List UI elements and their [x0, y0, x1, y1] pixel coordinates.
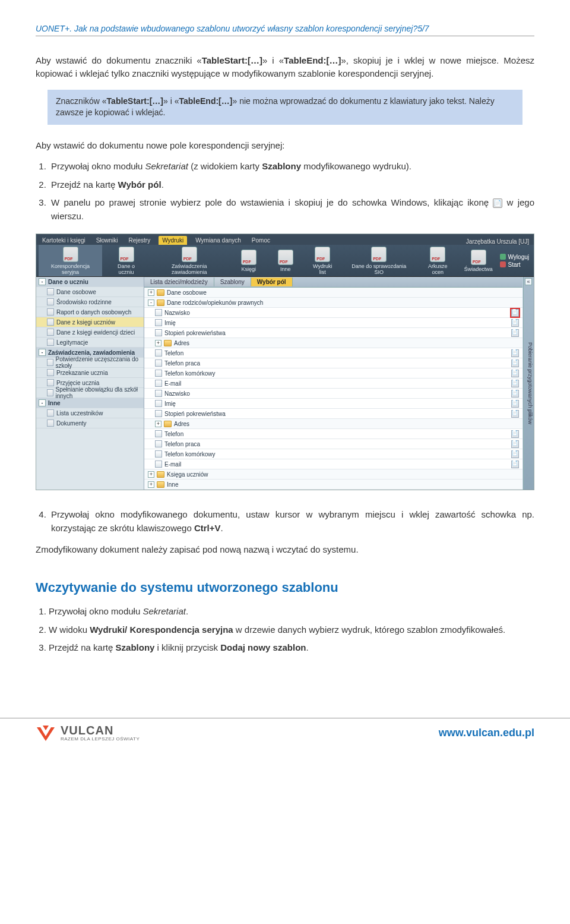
- topmenu-item[interactable]: Pomoc: [249, 236, 273, 245]
- tree-field[interactable]: Telefon: [144, 429, 522, 439]
- copy-field-button[interactable]: [511, 440, 519, 448]
- copy-field-button[interactable]: [511, 400, 519, 408]
- tree-label: Stopień pokrewieństwa: [164, 411, 511, 417]
- copy-field-button[interactable]: [511, 390, 519, 398]
- download-side-strip[interactable]: « Pobieranie przygotowanych plików: [523, 277, 534, 490]
- tab-item[interactable]: Szablony: [214, 277, 251, 286]
- toggle-icon[interactable]: +: [148, 471, 154, 478]
- sidebar-group[interactable]: -Inne: [36, 398, 144, 408]
- copy-field-button[interactable]: [511, 349, 519, 357]
- step-2: Przejdź na kartę Wybór pól.: [49, 178, 534, 192]
- copy-field-button[interactable]: [511, 380, 519, 387]
- sidebar-item[interactable]: Raport o danych osobowych: [36, 307, 144, 317]
- ribbon-icon: [315, 247, 330, 262]
- field-icon: [155, 309, 162, 316]
- topmenu-item[interactable]: Kartoteki i księgi: [40, 236, 88, 245]
- tree-folder[interactable]: +Adres: [144, 338, 522, 348]
- ribbon-item[interactable]: Zaświadczenia zawiadomienia: [150, 245, 229, 276]
- tree-field[interactable]: Telefon praca: [144, 358, 522, 368]
- copy-icon: [493, 198, 502, 208]
- tree-folder[interactable]: +Księga uczniów: [144, 469, 522, 480]
- copy-field-button[interactable]: [511, 309, 519, 317]
- toggle-icon[interactable]: +: [148, 289, 154, 296]
- text: .: [221, 523, 223, 533]
- text: Przywołaj okno modułu: [51, 161, 145, 171]
- tree-label: Księga uczniów: [167, 471, 519, 478]
- text: Przejdź na kartę: [51, 179, 118, 190]
- tree-field[interactable]: Telefon: [144, 348, 522, 358]
- tree-field[interactable]: E-mail: [144, 379, 522, 389]
- topmenu-item[interactable]: Wydruki: [159, 236, 187, 245]
- sidebar-item[interactable]: Spełnianie obowiązku dla szkół innych: [36, 388, 144, 398]
- sidebar-item[interactable]: Dane osobowe: [36, 287, 144, 297]
- tree-field[interactable]: Stopień pokrewieństwa: [144, 328, 522, 338]
- copy-field-button[interactable]: [511, 359, 519, 367]
- folder-icon: [157, 289, 164, 296]
- copy-field-button[interactable]: [511, 430, 519, 438]
- copy-field-button[interactable]: [511, 461, 519, 468]
- ribbon-label: Korespondencja seryjna: [42, 263, 99, 275]
- tree-field[interactable]: Imię: [144, 399, 522, 409]
- tab-item[interactable]: Lista dzieci/młodzieży: [144, 277, 214, 286]
- topmenu-item[interactable]: Słowniki: [94, 236, 121, 245]
- ribbon-item[interactable]: Korespondencja seryjna: [39, 245, 102, 276]
- sidebar-item[interactable]: Środowisko rodzinne: [36, 297, 144, 307]
- tree-folder[interactable]: +Dane osobowe: [144, 288, 522, 298]
- tree-field[interactable]: Telefon komórkowy: [144, 368, 522, 379]
- toggle-icon[interactable]: -: [39, 278, 46, 285]
- sidebar-item[interactable]: Dokumenty: [36, 418, 144, 428]
- s2-step-2: W widoku Wydruki/ Korespondencja seryjna…: [49, 623, 534, 637]
- sidebar-item[interactable]: Przekazanie ucznia: [36, 368, 144, 378]
- toggle-icon[interactable]: +: [148, 481, 154, 488]
- ribbon-item[interactable]: Dane do sprawozdania SIO: [343, 245, 414, 276]
- ribbon-label: Księgi: [241, 266, 256, 272]
- ribbon-item[interactable]: Dane o uczniu: [106, 245, 147, 276]
- sidebar-item[interactable]: Lista uczestników: [36, 408, 144, 418]
- tree-label: Telefon: [164, 431, 511, 437]
- toggle-icon[interactable]: -: [148, 299, 154, 306]
- toggle-icon[interactable]: +: [155, 421, 162, 427]
- tree-field[interactable]: Nazwisko: [144, 389, 522, 399]
- sidebar-group[interactable]: -Dane o uczniu: [36, 277, 144, 287]
- copy-field-button[interactable]: [511, 370, 519, 377]
- tree-field[interactable]: E-mail: [144, 459, 522, 469]
- start-link[interactable]: Start: [500, 261, 521, 268]
- ribbon-item[interactable]: Wydruki list: [306, 245, 340, 276]
- copy-field-button[interactable]: [511, 410, 519, 418]
- ribbon-icon: [371, 247, 387, 262]
- ribbon-item[interactable]: Arkusze ocen: [418, 245, 457, 276]
- ribbon-item[interactable]: Świadectwa: [461, 245, 496, 276]
- tree-field[interactable]: Imię: [144, 318, 522, 328]
- sidebar-item[interactable]: Dane z księgi uczniów: [36, 317, 144, 327]
- tree-field[interactable]: Stopień pokrewieństwa: [144, 409, 522, 419]
- tree-folder[interactable]: +Adres: [144, 419, 522, 429]
- tree-field[interactable]: Nazwisko: [144, 308, 522, 318]
- tree-folder[interactable]: +Inne: [144, 480, 522, 490]
- text: W panelu po prawej stronie wybierz pole …: [51, 197, 493, 207]
- toggle-icon[interactable]: -: [39, 349, 46, 356]
- chevron-left-icon[interactable]: «: [525, 278, 532, 285]
- copy-field-button[interactable]: [511, 450, 519, 458]
- sidebar-item[interactable]: Potwierdzenie uczęszczania do szkoły: [36, 358, 144, 368]
- logout-link[interactable]: Wyloguj: [500, 254, 529, 260]
- field-icon: [155, 380, 162, 387]
- copy-field-button[interactable]: [511, 329, 519, 337]
- folder-icon: [164, 340, 172, 346]
- folder-icon: [157, 471, 164, 478]
- topmenu-item[interactable]: Wymiana danych: [193, 236, 243, 245]
- tab-item[interactable]: Wybór pól: [251, 277, 293, 286]
- page-footer: VULCAN RAZEM DLA LEPSZEJ OŚWIATY www.vul…: [0, 718, 570, 756]
- tree-folder[interactable]: -Dane rodziców/opiekunów prawnych: [144, 298, 522, 308]
- toggle-icon[interactable]: -: [39, 399, 46, 406]
- ribbon-item[interactable]: Księgi: [232, 245, 265, 276]
- power-icon: [500, 254, 506, 260]
- copy-field-button[interactable]: [511, 319, 519, 327]
- toggle-icon[interactable]: +: [155, 340, 162, 346]
- sidebar-item[interactable]: Legitymacje: [36, 338, 144, 348]
- topmenu-item[interactable]: Rejestry: [126, 236, 153, 245]
- tree-field[interactable]: Telefon praca: [144, 439, 522, 449]
- sidebar-item[interactable]: Dane z księgi ewidencji dzieci: [36, 327, 144, 338]
- sidebar-label: Legitymacje: [56, 339, 88, 346]
- tree-field[interactable]: Telefon komórkowy: [144, 449, 522, 459]
- ribbon-item[interactable]: Inne: [269, 245, 302, 276]
